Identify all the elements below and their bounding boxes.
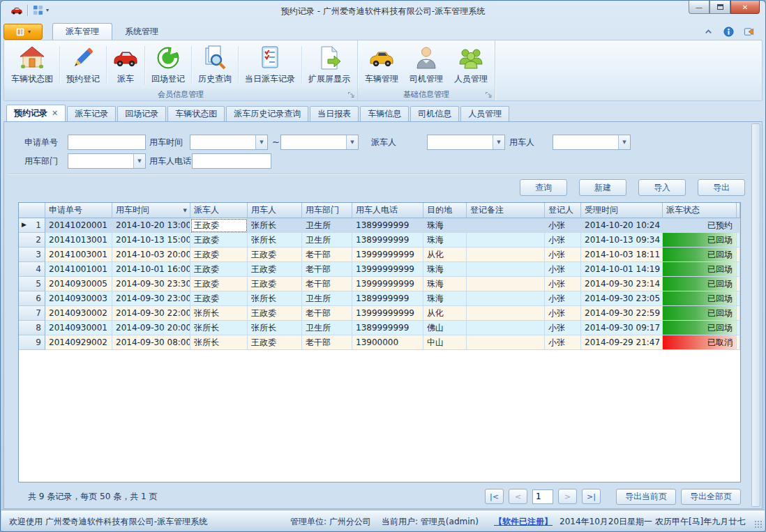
- cell[interactable]: 王政委: [190, 291, 248, 306]
- table-row-9[interactable]: 9201409290022014-09-30 08:00张所长王政委老干部139…: [19, 335, 740, 350]
- query-button[interactable]: 查询: [520, 179, 567, 196]
- cell[interactable]: 张所长: [190, 321, 248, 335]
- cell[interactable]: 小张: [545, 262, 581, 277]
- cell[interactable]: 2014-10-01 16:00: [112, 262, 190, 277]
- minimize-button[interactable]: —: [689, 1, 709, 14]
- column-header-0[interactable]: 申请单号: [45, 203, 112, 218]
- row-header-2[interactable]: 2: [19, 233, 45, 248]
- row-header-9[interactable]: 9: [19, 335, 45, 350]
- cell[interactable]: 王政委: [248, 335, 302, 350]
- cell[interactable]: 2014-10-03 20:00: [112, 248, 190, 262]
- cell[interactable]: 中山: [423, 335, 467, 350]
- cell[interactable]: 20141013001: [45, 233, 112, 248]
- first-page-button[interactable]: |<: [485, 489, 504, 504]
- cell[interactable]: 小张: [545, 321, 581, 335]
- cell[interactable]: 小张: [545, 277, 581, 291]
- doc-tab-0[interactable]: 预约记录✕: [6, 105, 66, 121]
- row-header-4[interactable]: 4: [19, 262, 45, 277]
- cell[interactable]: 2014-09-30 22:59: [581, 306, 663, 321]
- ribbon-button-checklist[interactable]: 当日派车记录: [239, 42, 301, 89]
- ribbon-button-car-red[interactable]: 派车: [107, 42, 144, 89]
- status-badge[interactable]: 已回场: [663, 248, 737, 262]
- table-row-6[interactable]: 6201409300032014-09-30 23:00王政委张所长卫生所138…: [19, 291, 740, 306]
- column-header-3[interactable]: 用车人: [248, 203, 302, 218]
- department-combo[interactable]: ▼: [68, 153, 146, 169]
- cell[interactable]: [467, 248, 545, 262]
- row-header-3[interactable]: 3: [19, 248, 45, 262]
- cell[interactable]: 1389999999: [352, 233, 423, 248]
- row-header-8[interactable]: 8: [19, 321, 45, 335]
- cell[interactable]: 从化: [423, 248, 467, 262]
- dialog-launcher-icon[interactable]: [485, 91, 493, 99]
- export-all-pages-button[interactable]: 导出全部页: [681, 489, 741, 505]
- cell[interactable]: 卫生所: [302, 233, 352, 248]
- chevron-down-icon[interactable]: ▼: [618, 135, 630, 149]
- cell[interactable]: 2014-10-03 18:11: [581, 248, 663, 262]
- table-row-1[interactable]: 1▶201410200012014-10-20 13:00王政委张所长卫生所13…: [19, 218, 740, 233]
- export-button[interactable]: 导出: [698, 179, 745, 196]
- cell[interactable]: 老干部: [302, 335, 352, 350]
- cell[interactable]: 张所长: [190, 306, 248, 321]
- cell[interactable]: 2014-10-13 09:34: [581, 233, 663, 248]
- cell[interactable]: 从化: [423, 306, 467, 321]
- application-menu-button[interactable]: ▾: [3, 24, 43, 40]
- cell[interactable]: 王政委: [190, 248, 248, 262]
- cell[interactable]: 13999999999: [352, 277, 423, 291]
- cell[interactable]: 2014-09-29 21:47: [581, 335, 663, 350]
- cell[interactable]: 2014-09-30 08:00: [112, 335, 190, 350]
- info-icon[interactable]: [723, 26, 734, 37]
- use-time-from-combo[interactable]: ▼: [190, 135, 268, 150]
- dispatcher-combo[interactable]: ▼: [427, 135, 505, 150]
- last-page-button[interactable]: >|: [582, 489, 601, 504]
- cell[interactable]: 老干部: [302, 306, 352, 321]
- cell[interactable]: 2014-10-01 14:19: [581, 262, 663, 277]
- cell[interactable]: 张所长: [248, 291, 302, 306]
- cell[interactable]: 珠海: [423, 233, 467, 248]
- resize-grip[interactable]: [754, 520, 763, 529]
- doc-tab-7[interactable]: 司机信息: [410, 106, 459, 121]
- status-badge[interactable]: 已回场: [663, 321, 737, 335]
- cell[interactable]: [467, 277, 545, 291]
- cell[interactable]: 王政委: [190, 218, 248, 233]
- page-number-input[interactable]: [532, 489, 553, 504]
- status-badge[interactable]: 已取消: [663, 335, 737, 350]
- cell[interactable]: 2014-10-13 15:00: [112, 233, 190, 248]
- new-button[interactable]: 新建: [579, 179, 626, 196]
- car-user-combo[interactable]: ▼: [553, 135, 631, 150]
- ribbon-tab-system[interactable]: 系统管理: [112, 23, 171, 40]
- column-header-4[interactable]: 用车部门: [302, 203, 352, 218]
- cell[interactable]: 13999999999: [352, 262, 423, 277]
- chevron-down-icon[interactable]: ▼: [255, 135, 267, 149]
- cell[interactable]: 1389999999: [352, 218, 423, 233]
- cell[interactable]: 20141020001: [45, 218, 112, 233]
- cell[interactable]: 王政委: [190, 277, 248, 291]
- status-badge[interactable]: 已回场: [663, 277, 737, 291]
- doc-tab-5[interactable]: 当日报表: [310, 106, 359, 121]
- cell[interactable]: 1389999999: [352, 291, 423, 306]
- status-badge[interactable]: 已预约: [663, 218, 737, 233]
- table-row-5[interactable]: 5201409300052014-09-30 23:30王政委王政委老干部139…: [19, 277, 740, 291]
- table-row-7[interactable]: 7201409300022014-09-30 22:00张所长王政委老干部139…: [19, 306, 740, 321]
- collapse-ribbon-chevron-icon[interactable]: [703, 26, 714, 37]
- cell[interactable]: 20141003001: [45, 248, 112, 262]
- ribbon-button-doc-search[interactable]: 历史查询: [193, 42, 237, 89]
- cell[interactable]: 老干部: [302, 248, 352, 262]
- cell[interactable]: 张所长: [190, 335, 248, 350]
- row-header-7[interactable]: 7: [19, 306, 45, 321]
- user-phone-input[interactable]: [192, 153, 271, 169]
- cell[interactable]: 王政委: [248, 262, 302, 277]
- cell[interactable]: [467, 335, 545, 350]
- cell[interactable]: 13999999999: [352, 306, 423, 321]
- export-current-page-button[interactable]: 导出当前页: [616, 489, 676, 505]
- status-badge[interactable]: 已回场: [663, 306, 737, 321]
- doc-tab-6[interactable]: 车辆信息: [360, 106, 409, 121]
- close-tab-icon[interactable]: ✕: [52, 109, 58, 118]
- cell[interactable]: 小张: [545, 218, 581, 233]
- next-page-button[interactable]: >: [558, 489, 577, 504]
- cell[interactable]: 小张: [545, 335, 581, 350]
- cell[interactable]: 20141001001: [45, 262, 112, 277]
- cell[interactable]: 珠海: [423, 277, 467, 291]
- import-button[interactable]: 导入: [638, 179, 686, 196]
- cell[interactable]: 20140930002: [45, 306, 112, 321]
- cell[interactable]: 王政委: [248, 306, 302, 321]
